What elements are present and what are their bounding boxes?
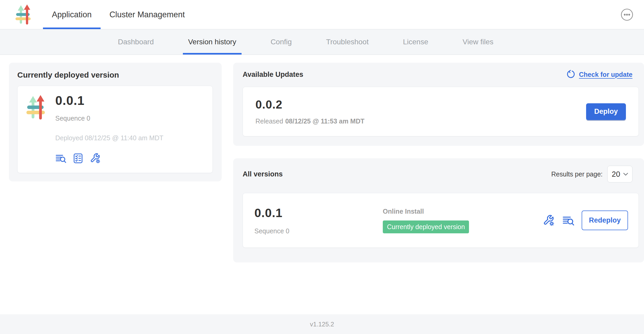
subnav-tab-view-files-label: View files: [462, 38, 493, 46]
released-prefix: Released: [255, 117, 283, 125]
available-updates-card: Available Updates Check for update 0.0.2…: [233, 63, 644, 146]
deployed-actions: [55, 153, 163, 164]
row-actions: Redeploy: [543, 211, 628, 230]
deployed-card-title: Currently deployed version: [17, 71, 213, 79]
results-per-page-group: Results per page: 20: [551, 166, 632, 182]
currently-deployed-card: Currently deployed version 0.0.1 Sequenc…: [9, 63, 222, 181]
check-for-update-link[interactable]: Check for update: [566, 70, 632, 79]
console-version-label: v1.125.2: [310, 321, 334, 328]
tab-application[interactable]: Application: [43, 0, 101, 29]
available-update-row: 0.0.2 Released08/12/25 @ 11:53 am MDT De…: [243, 87, 639, 136]
all-versions-header: All versions Results per page: 20: [243, 166, 639, 182]
results-per-page-select[interactable]: 20: [607, 166, 632, 182]
install-type-label: Online Install: [383, 208, 543, 215]
chevron-down-icon: [623, 173, 628, 176]
subnav-tab-license[interactable]: License: [398, 29, 434, 55]
update-version-number: 0.0.2: [255, 98, 364, 111]
available-updates-title: Available Updates: [243, 71, 303, 79]
edit-config-icon[interactable]: [543, 214, 555, 227]
app-subnav: Dashboard Version history Config Trouble…: [0, 29, 644, 55]
deployed-version-details: 0.0.1 Sequence 0 Deployed 08/12/25 @ 11:…: [55, 93, 163, 164]
deployed-timestamp: Deployed 08/12/25 @ 11:40 am MDT: [55, 134, 163, 142]
subnav-tab-troubleshoot[interactable]: Troubleshoot: [321, 29, 374, 55]
subnav-tab-config-label: Config: [271, 38, 292, 46]
results-per-page-label: Results per page:: [551, 170, 603, 178]
released-timestamp: Released08/12/25 @ 11:53 am MDT: [255, 117, 364, 125]
update-details: 0.0.2 Released08/12/25 @ 11:53 am MDT: [255, 98, 364, 125]
app-logo-icon: [15, 0, 31, 29]
preflight-checks-icon[interactable]: [73, 153, 84, 164]
app-logo-icon: [25, 93, 46, 164]
more-menu-button[interactable]: [620, 8, 634, 21]
subnav-tab-version-history-label: Version history: [188, 38, 236, 46]
subnav-tab-dashboard[interactable]: Dashboard: [113, 29, 159, 55]
row-version-info: 0.0.1 Sequence 0: [254, 206, 383, 235]
app-footer: v1.125.2: [0, 314, 644, 334]
release-notes-icon[interactable]: [55, 153, 66, 164]
currently-deployed-badge: Currently deployed version: [383, 220, 469, 233]
all-versions-title: All versions: [243, 170, 283, 178]
deployed-sequence-label: Sequence 0: [55, 115, 163, 122]
subnav-tab-view-files[interactable]: View files: [457, 29, 499, 55]
tab-application-label: Application: [52, 10, 92, 19]
released-date: 08/12/25 @ 11:53 am MDT: [285, 117, 364, 125]
release-notes-icon[interactable]: [562, 214, 574, 227]
subnav-tab-license-label: License: [403, 38, 428, 46]
row-version-number: 0.0.1: [254, 206, 383, 220]
check-for-update-label: Check for update: [579, 71, 632, 78]
tab-cluster-management-label: Cluster Management: [110, 10, 185, 19]
deployed-version-panel: 0.0.1 Sequence 0 Deployed 08/12/25 @ 11:…: [17, 86, 213, 173]
app-header: Application Cluster Management: [0, 0, 644, 29]
deploy-button[interactable]: Deploy: [586, 103, 626, 120]
deployed-column: Currently deployed version 0.0.1 Sequenc…: [9, 63, 222, 314]
ellipsis-menu-icon: [620, 8, 634, 21]
results-per-page-value: 20: [612, 170, 620, 179]
all-versions-card: All versions Results per page: 20 0.0.1 …: [233, 158, 644, 262]
subnav-tab-version-history[interactable]: Version history: [183, 29, 242, 55]
redeploy-button[interactable]: Redeploy: [582, 211, 628, 230]
row-status-info: Online Install Currently deployed versio…: [383, 208, 543, 233]
tab-cluster-management[interactable]: Cluster Management: [101, 0, 194, 29]
row-sequence-label: Sequence 0: [254, 227, 383, 235]
subnav-tab-troubleshoot-label: Troubleshoot: [326, 38, 369, 46]
refresh-icon: [566, 70, 575, 79]
subnav-tab-dashboard-label: Dashboard: [118, 38, 154, 46]
subnav-tab-config[interactable]: Config: [265, 29, 297, 55]
deployed-version-number: 0.0.1: [55, 93, 163, 108]
version-row: 0.0.1 Sequence 0 Online Install Currentl…: [243, 193, 639, 248]
updates-column: Available Updates Check for update 0.0.2…: [233, 63, 644, 314]
edit-config-icon[interactable]: [90, 153, 101, 164]
available-updates-header: Available Updates Check for update: [243, 70, 639, 79]
main-content: Currently deployed version 0.0.1 Sequenc…: [0, 55, 644, 314]
